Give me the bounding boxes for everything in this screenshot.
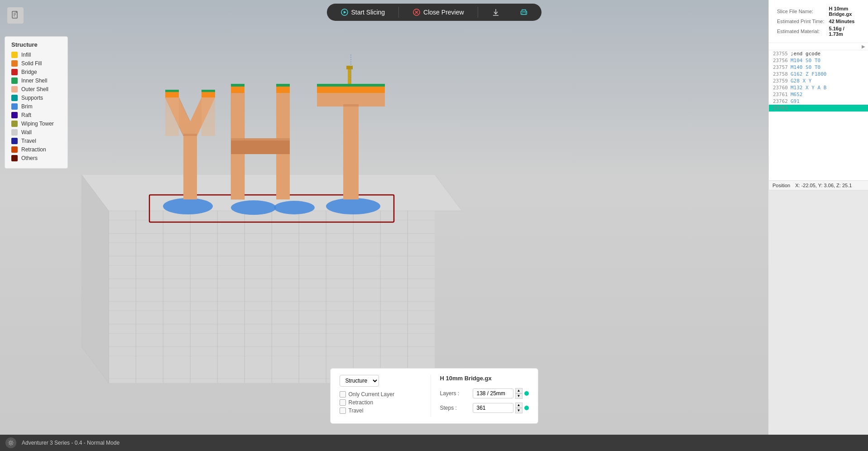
start-slicing-label: Start Slicing bbox=[351, 9, 385, 16]
legend-item-label: Inner Shell bbox=[21, 78, 47, 84]
start-slicing-icon bbox=[340, 8, 348, 16]
legend-item-brim: Brim bbox=[11, 103, 61, 110]
svg-marker-17 bbox=[82, 175, 109, 383]
gcode-line: 23757 M140 S0 T0 bbox=[769, 64, 868, 71]
structure-select[interactable]: Structure bbox=[340, 375, 379, 387]
legend-title: Structure bbox=[11, 41, 61, 48]
steps-input-group: ▲ ▼ bbox=[473, 403, 529, 413]
printer-status: Adventurer 3 Series - 0.4 - Normal Mode bbox=[22, 440, 120, 446]
legend-item-label: Others bbox=[21, 155, 38, 161]
svg-marker-50 bbox=[183, 136, 197, 199]
close-preview-button[interactable]: Close Preview bbox=[406, 5, 470, 19]
svg-rect-52 bbox=[165, 97, 179, 136]
only-current-layer-checkbox[interactable] bbox=[340, 391, 346, 398]
gcode-line-command: M140 S0 T0 bbox=[791, 64, 820, 70]
legend-color-swatch bbox=[11, 155, 18, 161]
layers-stepper[interactable]: ▲ ▼ bbox=[515, 388, 523, 399]
checkbox-group: Only Current Layer Retraction Travel bbox=[340, 391, 417, 414]
legend-panel: Structure Infill Solid Fill Bridge Inner… bbox=[5, 36, 68, 169]
legend-item-travel: Travel bbox=[11, 138, 61, 144]
gcode-lines: 23755 ;end gcode 23756 M104 S0 T0 23757 … bbox=[769, 50, 868, 199]
steps-stepper[interactable]: ▲ ▼ bbox=[515, 403, 523, 413]
legend-color-swatch bbox=[11, 121, 18, 127]
svg-point-75 bbox=[10, 442, 12, 444]
gcode-line-number: 23757 bbox=[771, 64, 788, 70]
download-icon bbox=[492, 8, 500, 16]
gcode-line-command: G162 Z F1800 bbox=[791, 71, 826, 77]
gcode-line: 23762 G91 bbox=[769, 98, 868, 105]
svg-rect-53 bbox=[201, 97, 215, 136]
travel-label: Travel bbox=[349, 407, 364, 414]
travel-checkbox-item[interactable]: Travel bbox=[340, 407, 417, 414]
svg-marker-6 bbox=[343, 11, 346, 14]
legend-item-others: Others bbox=[11, 155, 61, 161]
gcode-line-number: 23756 bbox=[771, 58, 788, 63]
svg-rect-49 bbox=[201, 90, 215, 92]
layers-input[interactable] bbox=[473, 388, 513, 398]
svg-rect-72 bbox=[346, 66, 353, 69]
legend-item-label: Outer Shell bbox=[21, 86, 48, 92]
gcode-line-command: G91 bbox=[791, 98, 800, 104]
gcode-line-number: 23755 bbox=[771, 51, 788, 57]
legend-item-label: Supports bbox=[21, 95, 43, 101]
gcode-line-command: M132 X Y A B bbox=[791, 85, 826, 91]
3d-model bbox=[122, 45, 417, 236]
legend-item-inner-shell: Inner Shell bbox=[11, 78, 61, 84]
svg-rect-68 bbox=[317, 84, 385, 87]
download-button[interactable] bbox=[485, 5, 506, 19]
retraction-checkbox[interactable] bbox=[340, 399, 346, 406]
gcode-line-number: 23760 bbox=[771, 85, 788, 91]
only-current-layer-checkbox-item[interactable]: Only Current Layer bbox=[340, 391, 417, 398]
slice-file-name-value: H 10mm Bridge.gx bbox=[827, 5, 862, 17]
structure-dropdown[interactable]: Structure bbox=[340, 375, 417, 387]
document-icon[interactable] bbox=[7, 7, 24, 24]
svg-point-14 bbox=[526, 12, 527, 13]
bottom-panel-left: Structure Only Current Layer Retraction … bbox=[340, 375, 417, 417]
layers-row: Layers : ▲ ▼ bbox=[440, 388, 529, 399]
layers-down-button[interactable]: ▼ bbox=[515, 393, 523, 399]
print-button[interactable] bbox=[513, 5, 534, 19]
gcode-line: 23761 M652 bbox=[769, 91, 868, 98]
travel-checkbox[interactable] bbox=[340, 407, 346, 414]
gcode-line-number: 23763 bbox=[771, 105, 788, 111]
legend-color-swatch bbox=[11, 52, 18, 58]
estimated-material-label: Estimated Material: bbox=[775, 25, 826, 37]
gcode-line-number: 23762 bbox=[771, 98, 788, 104]
legend-item-wiping-tower: Wiping Tower bbox=[11, 121, 61, 127]
legend-item-supports: Supports bbox=[11, 95, 61, 101]
start-slicing-button[interactable]: Start Slicing bbox=[334, 5, 391, 19]
legend-item-label: Bridge bbox=[21, 69, 37, 75]
legend-item-raft: Raft bbox=[11, 112, 61, 118]
settings-icon[interactable] bbox=[5, 437, 16, 448]
gcode-line-command: ;end gcode bbox=[791, 51, 820, 57]
svg-marker-62 bbox=[231, 141, 290, 154]
legend-color-swatch bbox=[11, 138, 18, 144]
svg-point-40 bbox=[326, 198, 380, 214]
svg-marker-69 bbox=[343, 107, 359, 199]
legend-color-swatch bbox=[11, 95, 18, 101]
legend-item-label: Brim bbox=[21, 103, 33, 110]
svg-rect-48 bbox=[165, 90, 179, 92]
status-bar: Adventurer 3 Series - 0.4 - Normal Mode bbox=[0, 435, 868, 451]
expand-panel-button[interactable]: ▶ bbox=[769, 43, 868, 50]
retraction-checkbox-item[interactable]: Retraction bbox=[340, 399, 417, 406]
estimated-material-value: 5.16g / 1.73m bbox=[827, 25, 862, 37]
steps-input[interactable] bbox=[473, 403, 513, 413]
gcode-line-number: 23759 bbox=[771, 78, 788, 84]
retraction-label: Retraction bbox=[349, 399, 374, 406]
legend-color-swatch bbox=[11, 78, 18, 84]
legend-color-swatch bbox=[11, 60, 18, 67]
legend-item-label: Travel bbox=[21, 138, 36, 144]
print-icon bbox=[520, 8, 528, 16]
legend-item-retraction: Retraction bbox=[11, 146, 61, 153]
legend-color-swatch bbox=[11, 112, 18, 118]
legend-color-swatch bbox=[11, 103, 18, 110]
gcode-line-command: G28 X Y bbox=[791, 78, 811, 84]
steps-down-button[interactable]: ▼ bbox=[515, 408, 523, 413]
steps-up-button[interactable]: ▲ bbox=[515, 403, 523, 408]
svg-point-37 bbox=[163, 198, 213, 214]
svg-marker-51 bbox=[183, 134, 197, 136]
bottom-panel-right: H 10mm Bridge.gx Layers : ▲ ▼ Steps : ▲ … bbox=[431, 375, 529, 417]
legend-item-wall: Wall bbox=[11, 129, 61, 136]
layers-up-button[interactable]: ▲ bbox=[515, 388, 523, 393]
